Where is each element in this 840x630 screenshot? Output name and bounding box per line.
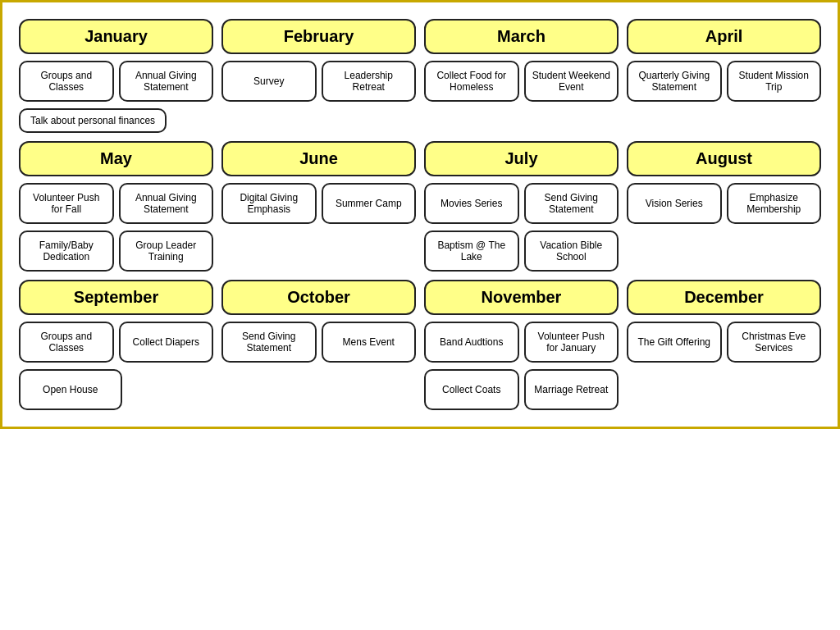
events-row: Family/Baby DedicationGroup Leader Train… [19,231,213,272]
month-block-august: AugustVision SeriesEmphasize Membership [627,141,821,272]
event-box: Quarterly Giving Statement [627,61,722,102]
event-box: Student Mission Trip [727,61,822,102]
calendar-grid: JanuaryGroups and ClassesAnnual Giving S… [11,11,829,418]
events-row: Band AudtionsVolunteer Push for January [424,322,619,363]
event-box: Christmas Eve Services [727,322,822,363]
note-box: Talk about personal finances [19,108,167,133]
event-box: Annual Giving Statement [119,183,214,224]
event-box: Digital Giving Emphasis [221,183,317,224]
events-row: Groups and ClassesCollect Diapers [19,322,213,363]
events-row: Collect CoatsMarriage Retreat [424,369,619,410]
month-header-may: May [19,141,213,176]
events-row: SurveyLeadership Retreat [221,61,416,102]
events-row: Send Giving StatementMens Event [221,322,416,363]
events-row: Baptism @ The LakeVacation Bible School [424,231,619,272]
event-box: Movies Series [424,183,519,224]
month-header-august: August [627,141,821,176]
month-header-november: November [424,280,619,315]
events-row: Collect Food for HomelessStudent Weekend… [424,61,619,102]
events-row: Quarterly Giving StatementStudent Missio… [627,61,821,102]
month-header-july: July [424,141,619,176]
event-box: Family/Baby Dedication [19,231,114,272]
event-box: Baptism @ The Lake [424,231,519,272]
event-box: Volunteer Push for January [524,322,619,363]
month-block-april: AprilQuarterly Giving StatementStudent M… [627,19,821,133]
event-box: Emphasize Membership [727,183,822,224]
month-header-december: December [627,280,821,315]
event-box: Collect Coats [424,369,519,410]
event-box: Send Giving Statement [524,183,619,224]
event-box: Send Giving Statement [221,322,317,363]
events-row: Volunteer Push for FallAnnual Giving Sta… [19,183,213,224]
month-block-november: NovemberBand AudtionsVolunteer Push for … [424,280,619,410]
month-block-july: JulyMovies SeriesSend Giving StatementBa… [424,141,619,272]
event-box: Mens Event [322,322,417,363]
event-box: The Gift Offering [627,322,722,363]
month-block-march: MarchCollect Food for HomelessStudent We… [424,19,619,133]
events-row: Movies SeriesSend Giving Statement [424,183,619,224]
events-row: Vision SeriesEmphasize Membership [627,183,821,224]
event-box: Annual Giving Statement [119,61,214,102]
month-header-september: September [19,280,213,315]
month-block-december: DecemberThe Gift OfferingChristmas Eve S… [627,280,821,410]
month-header-february: February [221,19,416,54]
event-box: Leadership Retreat [322,61,417,102]
month-block-february: FebruarySurveyLeadership Retreat [221,19,416,133]
month-header-october: October [221,280,416,315]
month-block-october: OctoberSend Giving StatementMens Event [221,280,416,410]
month-header-june: June [221,141,416,176]
event-box: Open House [19,369,122,410]
event-box: Volunteer Push for Fall [19,183,114,224]
month-block-june: JuneDigital Giving EmphasisSummer Camp [221,141,416,272]
event-box: Marriage Retreat [524,369,619,410]
event-box: Survey [221,61,317,102]
event-box: Groups and Classes [19,322,114,363]
month-header-march: March [424,19,619,54]
events-row: The Gift OfferingChristmas Eve Services [627,322,821,363]
month-header-april: April [627,19,821,54]
event-box: Student Weekend Event [524,61,619,102]
event-box: Band Audtions [424,322,519,363]
event-box: Vacation Bible School [524,231,619,272]
events-row: Groups and ClassesAnnual Giving Statemen… [19,61,213,102]
event-box: Collect Diapers [119,322,214,363]
events-row: Open House [19,369,213,410]
events-row: Digital Giving EmphasisSummer Camp [221,183,416,224]
month-block-september: SeptemberGroups and ClassesCollect Diape… [19,280,213,410]
event-box: Vision Series [627,183,722,224]
event-box: Collect Food for Homeless [424,61,519,102]
event-box: Group Leader Training [119,231,214,272]
month-block-may: MayVolunteer Push for FallAnnual Giving … [19,141,213,272]
event-box: Summer Camp [322,183,417,224]
month-header-january: January [19,19,213,54]
month-block-january: JanuaryGroups and ClassesAnnual Giving S… [19,19,213,133]
event-box: Groups and Classes [19,61,114,102]
note-wrapper: Talk about personal finances [19,108,213,133]
